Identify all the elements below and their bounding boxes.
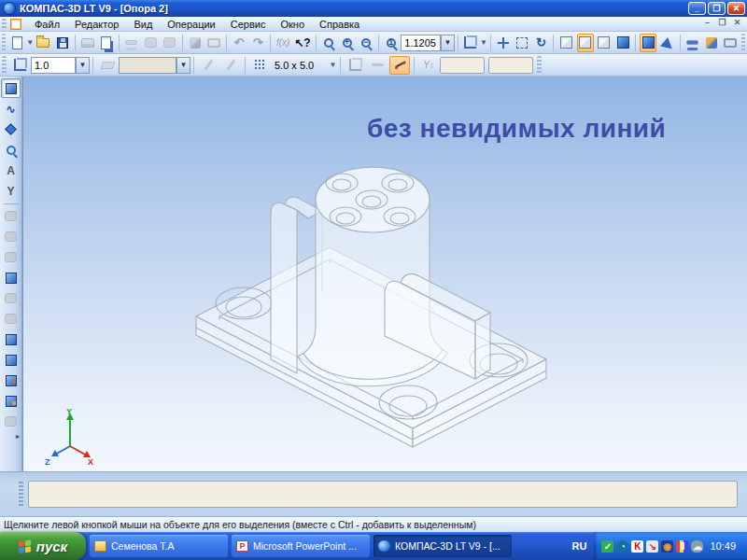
rotate-view-button[interactable]: ↻	[532, 34, 549, 52]
tray-remote-icon[interactable]: ↘	[646, 540, 658, 553]
shell-operation-button[interactable]	[1, 412, 21, 431]
panel-measure-button[interactable]: A	[1, 161, 21, 180]
display-wireframe-button[interactable]	[557, 34, 574, 52]
variables-button[interactable]: f(x)	[275, 34, 291, 52]
new-document-button[interactable]	[8, 34, 25, 52]
op-3-button[interactable]	[1, 247, 21, 267]
grid-button[interactable]	[249, 56, 270, 75]
hole-operation-button[interactable]	[1, 371, 21, 390]
display-hidden-thin-button[interactable]	[596, 34, 613, 52]
current-scale-combo[interactable]: 1.0	[31, 57, 76, 74]
menu-view[interactable]: Вид	[126, 18, 160, 31]
op-2-button[interactable]	[1, 227, 21, 246]
mdi-close-button[interactable]: ✕	[731, 18, 743, 27]
grid-combo-dd[interactable]: ▼	[329, 56, 337, 75]
properties-button[interactable]	[205, 34, 222, 52]
coordinate-y-input[interactable]	[488, 57, 533, 74]
menu-file[interactable]: Файл	[27, 18, 67, 31]
pan-dropdown[interactable]: ▼	[480, 34, 487, 52]
context-help-button[interactable]: ↖?	[293, 34, 311, 52]
extrude-operation-button[interactable]	[1, 268, 21, 287]
zoom-scale-combo-dd[interactable]: ▼	[441, 35, 455, 51]
tray-media-icon[interactable]: ◉	[661, 540, 673, 553]
print-preview-button[interactable]	[98, 34, 115, 52]
op-5-button[interactable]	[1, 309, 21, 329]
local-axes-button[interactable]	[345, 56, 365, 75]
move-view-button[interactable]	[495, 34, 512, 52]
copy-button[interactable]	[142, 34, 159, 52]
open-button[interactable]	[35, 34, 51, 52]
tray-volume-icon[interactable]: ‖	[676, 540, 688, 553]
toolbar-grip[interactable]	[537, 56, 542, 73]
taskbar-clock[interactable]: 10:49	[706, 540, 741, 552]
zoom-by-scale-button[interactable]: 1	[383, 34, 400, 52]
mdi-restore-button[interactable]: ❐	[716, 18, 728, 27]
toolbar-grip[interactable]	[2, 19, 7, 30]
tray-globe-icon[interactable]: ◔	[616, 540, 628, 553]
cut-extrude-button[interactable]	[1, 329, 21, 349]
pan-button[interactable]	[462, 34, 479, 52]
menu-operations[interactable]: Операции	[160, 18, 222, 31]
taskbar-task-kompas[interactable]: КОМПАС-3D LT V9 - [...	[374, 535, 512, 557]
panel-aux-geometry-button[interactable]	[1, 140, 21, 160]
display-perspective-button[interactable]	[658, 34, 675, 52]
app-icon[interactable]	[3, 2, 16, 15]
copy-properties-button[interactable]	[186, 34, 203, 52]
menu-service[interactable]: Сервис	[223, 18, 274, 31]
display-hidden-removed-button[interactable]	[577, 34, 594, 52]
op-4-button[interactable]	[1, 288, 21, 308]
model-viewport[interactable]: без невидимых линий	[22, 77, 747, 471]
language-indicator[interactable]: RU	[565, 540, 595, 552]
start-button[interactable]: пуск	[0, 532, 86, 560]
minimize-button[interactable]: _	[688, 2, 706, 15]
zoom-scale-combo[interactable]: 1.1205	[401, 35, 441, 51]
display-shaded-button[interactable]	[614, 34, 631, 52]
tray-kaspersky-icon[interactable]: K	[631, 540, 643, 553]
ortho-button[interactable]	[220, 56, 241, 75]
fit-all-button[interactable]	[514, 34, 530, 52]
cut-button[interactable]	[123, 34, 140, 52]
current-scale-combo-dd[interactable]: ▼	[76, 57, 90, 74]
display-shaded-edges-button[interactable]	[640, 34, 656, 52]
tray-network-icon[interactable]: ☁	[691, 540, 703, 553]
toolbar-grip[interactable]	[2, 56, 7, 73]
snap-button[interactable]	[389, 56, 410, 75]
op-1-button[interactable]	[1, 206, 21, 226]
screen-button[interactable]	[722, 34, 739, 52]
zoom-window-button[interactable]	[320, 34, 337, 52]
menu-editor[interactable]: Редактор	[67, 18, 126, 31]
menu-help[interactable]: Справка	[312, 18, 367, 31]
panel-space-curves-button[interactable]: ∿	[1, 99, 21, 119]
corner-button[interactable]	[367, 56, 388, 75]
restore-button[interactable]: ❐	[708, 2, 726, 15]
menu-window[interactable]: Окно	[273, 18, 312, 31]
fillet-operation-button[interactable]	[1, 350, 21, 370]
new-document-dropdown[interactable]: ▼	[26, 34, 34, 52]
eraser-button[interactable]	[97, 56, 118, 75]
rib-operation-button[interactable]	[1, 391, 21, 411]
coordinate-x-input[interactable]	[440, 57, 485, 74]
current-scale-button[interactable]	[9, 56, 30, 75]
render-button[interactable]	[703, 34, 720, 52]
save-button[interactable]	[53, 34, 70, 52]
undo-button[interactable]: ↶	[231, 34, 247, 52]
panel-filter-button[interactable]: Y	[1, 181, 21, 201]
style-combo[interactable]	[119, 57, 176, 74]
print-button[interactable]	[79, 34, 96, 52]
panel-edit-part-button[interactable]	[1, 78, 21, 98]
paste-button[interactable]	[161, 34, 177, 52]
zoom-out-button[interactable]: −	[358, 34, 374, 52]
round-off-button[interactable]	[198, 56, 218, 75]
redo-button[interactable]: ↷	[249, 34, 266, 52]
dimensions-button[interactable]	[684, 34, 700, 52]
style-combo-dd[interactable]: ▼	[176, 57, 190, 74]
tray-antivirus-icon[interactable]: ✓	[601, 540, 613, 553]
mdi-minimize-button[interactable]: –	[701, 18, 713, 27]
zoom-in-button[interactable]: +	[339, 34, 356, 52]
cad-model-support[interactable]	[182, 156, 574, 464]
toolbar-grip[interactable]	[741, 34, 745, 50]
toolbar-grip[interactable]	[2, 34, 6, 50]
grid-combo[interactable]: 5.0 x 5.0	[271, 57, 329, 74]
panel-surfaces-button[interactable]	[1, 119, 21, 139]
property-bar-field[interactable]	[28, 481, 738, 508]
